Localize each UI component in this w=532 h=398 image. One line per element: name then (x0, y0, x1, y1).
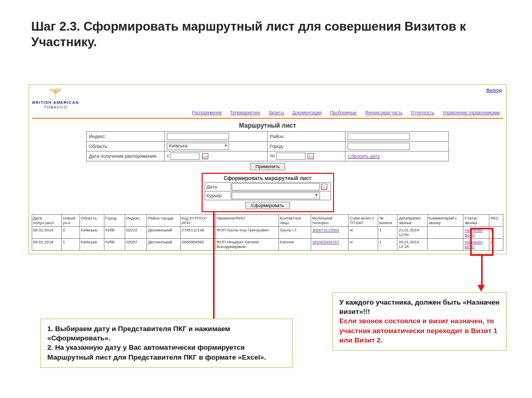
cell-status[interactable]: Назначен визит (463, 239, 489, 251)
cell-code: 2745112138 (180, 227, 215, 239)
label-city: Город: (268, 142, 345, 152)
th: Совм.визит с ТП БАТ (348, 215, 378, 227)
cell-calldt: 20.01.2014 12:35 (397, 239, 427, 251)
city-input[interactable] (348, 143, 410, 150)
form-title: Сформировать маршрутный лист (203, 174, 333, 182)
connector-line (213, 211, 215, 324)
label-region: Район: (268, 132, 345, 142)
cell-district: Деснянський (147, 227, 180, 239)
results-table: Дата получ.расп. Новый уч-к Область Горо… (32, 214, 504, 251)
logo-text-top: BRITISH AMERICAN (32, 100, 79, 105)
exit-link[interactable]: Выход (486, 86, 502, 93)
th: № визита (378, 215, 397, 227)
cell-new: 1 (61, 239, 79, 251)
section-title: Маршрутный лист (29, 121, 506, 131)
th: Индекс (125, 215, 147, 227)
cell-district: Деснянський (147, 239, 180, 251)
callout-line2: 2. На указанную дату у Вас автоматически… (47, 344, 266, 361)
filter-panel: Индекс: Район: Область: Київська Город: … (86, 131, 449, 161)
cell-city: КИЇВ (104, 239, 125, 251)
label-oblast: Область: (87, 142, 165, 152)
cell-contact: Євгенія (278, 239, 311, 251)
nav-problems[interactable]: Проблемные (327, 108, 360, 117)
logo: BRITISH AMERICAN TOBACCO (32, 86, 79, 109)
arrow-head-icon (477, 285, 485, 292)
nav-orders[interactable]: Распоряжения (189, 108, 225, 117)
cell-phone[interactable]: 380983998787 (311, 239, 348, 251)
th: Код ЕГРПОУ/ ИПН (180, 215, 215, 227)
th: Контактное лицо (278, 215, 311, 227)
cell-idx: 02097 (125, 239, 147, 251)
cell-visitno: 1 (378, 227, 397, 239)
cell-city: КИЇВ (104, 227, 125, 239)
cell-date: 08.01.2014 (32, 239, 61, 251)
form-courier-select[interactable] (232, 192, 320, 199)
cell-rec: 2 (489, 239, 503, 251)
nav-directories[interactable]: Управление справочниками (440, 108, 503, 117)
label-date: Дата (205, 183, 231, 190)
cell-date: 08.01.2014 (32, 227, 61, 239)
form-submit-button[interactable]: Сформировать (245, 202, 289, 209)
th: REC (489, 215, 503, 227)
callout-right-line1: У каждого участника, должен быть «Назнач… (339, 298, 499, 315)
cell-comment (427, 239, 463, 251)
th: Название/ФИО (215, 215, 278, 227)
table-row[interactable]: 08.01.2014 0 Київська КИЇВ 02222 Деснянс… (32, 227, 503, 239)
callout-line1: 1. Выбираем дату и Представителя ПКГ и н… (47, 325, 230, 342)
page-title: Шаг 2.3. Сформировать маршрутный лист дл… (0, 0, 532, 53)
cell-code: 2666804582 (180, 239, 215, 251)
th: Область (79, 215, 104, 227)
label-index: Индекс: (87, 132, 165, 142)
th: Дата/время звонка (397, 215, 427, 227)
nav-telemarketing[interactable]: Телемаркетинг (227, 108, 264, 117)
nav-finance[interactable]: Финансовая часть (362, 108, 406, 117)
cell-visitno: 1 (378, 239, 397, 251)
bat-leaf-icon (48, 88, 63, 99)
th: Новый уч-к (61, 215, 79, 227)
cell-idx: 02222 (125, 227, 147, 239)
reset-date-link[interactable]: Сбросить дату (348, 154, 379, 159)
date-to-input[interactable] (276, 153, 305, 160)
logo-text-bottom: TOBACCO (32, 105, 79, 109)
cell-contact: Хроль І.Г. (278, 227, 311, 239)
form-route-sheet: Сформировать маршрутный лист Дата Курьер… (202, 173, 334, 212)
callout-right-line2: Если звонок состоялся и визит назначен, … (339, 317, 500, 345)
cell-status[interactable]: Назначен визит (463, 227, 489, 239)
callout-status-note: У каждого участника, должен быть «Назнач… (332, 292, 507, 351)
label-date-range: Дата получения распоряжения: (87, 152, 165, 161)
index-input[interactable] (167, 133, 229, 140)
region-input[interactable] (348, 133, 410, 140)
nav-documentation[interactable]: Документация (289, 108, 325, 117)
calendar-icon[interactable] (308, 153, 314, 159)
cell-joint: ні (348, 227, 378, 239)
oblast-select[interactable]: Київська (167, 143, 229, 150)
calendar-icon[interactable] (202, 153, 208, 159)
th: Комментарий к звонку (427, 215, 463, 227)
th: Статус звонка (463, 215, 489, 227)
calendar-icon[interactable] (321, 184, 327, 190)
cell-phone[interactable]: 380679115588 (311, 227, 348, 239)
cell-rec: 1 (489, 227, 503, 239)
cell-name: ФОП Нещерет Євгенія Володимирівна (215, 239, 278, 251)
divider (32, 118, 503, 119)
table-header-row: Дата получ.расп. Новый уч-к Область Горо… (32, 215, 503, 227)
apply-button[interactable]: Применить (250, 163, 286, 170)
label-to: по (270, 154, 275, 159)
cell-calldt: 21.01.2014 12:50 (397, 227, 427, 239)
nav-bar: Распоряжения Телемаркетинг Визиты Докуме… (29, 108, 506, 117)
label-from: с (167, 154, 169, 159)
form-date-input[interactable] (232, 183, 320, 190)
label-courier: Курьер (205, 192, 231, 199)
cell-obl: Київська (79, 227, 104, 239)
nav-visits[interactable]: Визиты (266, 108, 287, 117)
cell-obl: Київська (79, 239, 104, 251)
table-row[interactable]: 08.01.2014 1 Київська КИЇВ 02097 Деснянс… (32, 239, 503, 251)
nav-reports[interactable]: Отчетность (408, 108, 437, 117)
cell-joint: ні (348, 239, 378, 251)
app-window: BRITISH AMERICAN TOBACCO Выход Распоряже… (29, 84, 507, 254)
th: Дата получ.расп. (32, 215, 61, 227)
cell-comment (427, 227, 463, 239)
date-from-input[interactable] (170, 153, 200, 160)
cell-new: 0 (61, 227, 79, 239)
cell-name: ФОП Хроль Ігор Григорович (215, 227, 278, 239)
